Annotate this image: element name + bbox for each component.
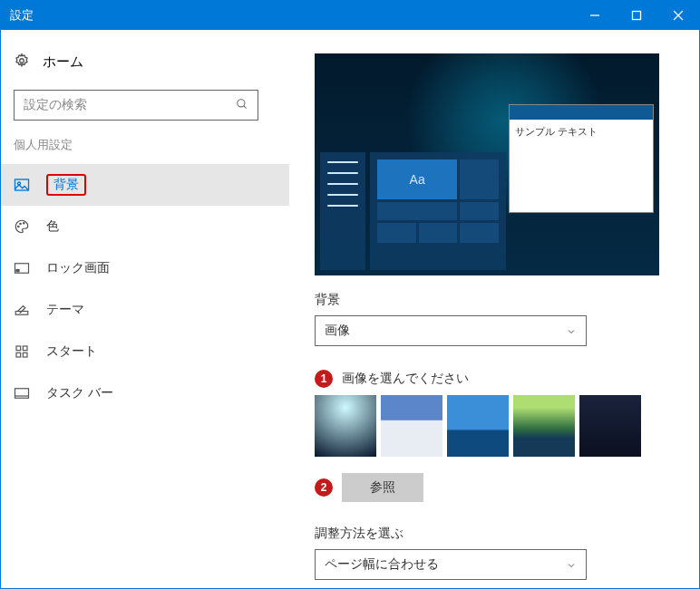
svg-point-4 bbox=[20, 59, 24, 63]
sidebar-item-label: タスク バー bbox=[46, 385, 113, 401]
thumbnail[interactable] bbox=[447, 395, 509, 457]
svg-rect-17 bbox=[16, 352, 21, 357]
browse-label: 参照 bbox=[370, 479, 395, 496]
svg-rect-1 bbox=[633, 12, 641, 20]
sidebar-item-start[interactable]: スタート bbox=[1, 331, 289, 372]
sidebar-item-label: ロック画面 bbox=[46, 260, 110, 276]
sample-text-label: サンプル テキスト bbox=[510, 120, 653, 144]
sidebar-item-lockscreen[interactable]: ロック画面 bbox=[1, 247, 289, 289]
browse-button[interactable]: 参照 bbox=[342, 473, 423, 502]
lockscreen-icon bbox=[14, 260, 30, 276]
thumbnail[interactable] bbox=[315, 395, 376, 457]
svg-line-6 bbox=[244, 105, 247, 108]
choose-picture-label: 画像を選んでください bbox=[342, 371, 469, 387]
search-icon bbox=[236, 98, 248, 113]
fit-label: 調整方法を選ぶ bbox=[315, 526, 674, 542]
svg-rect-13 bbox=[16, 270, 19, 272]
fit-select[interactable]: ページ幅に合わせる bbox=[315, 549, 587, 580]
background-label: 背景 bbox=[315, 292, 674, 308]
maximize-button[interactable] bbox=[616, 1, 657, 30]
window-title: 設定 bbox=[10, 7, 34, 24]
thumbnail[interactable] bbox=[579, 395, 641, 457]
chevron-down-icon bbox=[566, 325, 577, 336]
chevron-down-icon bbox=[566, 559, 577, 570]
svg-point-10 bbox=[20, 223, 22, 225]
svg-rect-18 bbox=[23, 352, 27, 357]
taskbar-icon bbox=[14, 385, 30, 401]
pencil-icon bbox=[14, 302, 30, 318]
search-input[interactable]: 設定の検索 bbox=[14, 90, 258, 121]
sidebar-item-background[interactable]: 背景 bbox=[1, 164, 289, 206]
thumbnail[interactable] bbox=[513, 395, 575, 457]
picture-icon bbox=[14, 177, 30, 193]
gear-icon bbox=[14, 53, 30, 72]
picture-thumbnails bbox=[315, 395, 674, 457]
sidebar-item-themes[interactable]: テーマ bbox=[1, 289, 289, 331]
svg-point-5 bbox=[238, 99, 245, 106]
close-button[interactable] bbox=[657, 1, 699, 30]
home-button[interactable]: ホーム bbox=[1, 53, 289, 90]
svg-rect-19 bbox=[15, 389, 29, 399]
preview-start-list bbox=[320, 152, 365, 270]
grid-icon bbox=[14, 344, 30, 359]
background-preview: Aa サンプル テキスト bbox=[315, 53, 659, 275]
preview-window: サンプル テキスト bbox=[509, 104, 654, 213]
title-bar: 設定 bbox=[1, 1, 699, 30]
search-placeholder: 設定の検索 bbox=[24, 97, 87, 113]
sidebar-item-label: テーマ bbox=[46, 302, 84, 318]
sidebar: ホーム 設定の検索 個人用設定 背景 色 bbox=[1, 30, 289, 588]
content-pane: Aa サンプル テキスト 背景 画像 1 画像を選んでください bbox=[289, 30, 699, 588]
thumbnail[interactable] bbox=[381, 395, 442, 457]
background-select-value: 画像 bbox=[325, 323, 350, 339]
step-badge-1: 1 bbox=[315, 370, 333, 388]
sidebar-item-label: 背景 bbox=[46, 174, 86, 196]
sidebar-item-label: 色 bbox=[46, 218, 59, 235]
sidebar-item-colors[interactable]: 色 bbox=[1, 206, 289, 247]
sidebar-item-label: スタート bbox=[46, 343, 97, 360]
sidebar-item-taskbar[interactable]: タスク バー bbox=[1, 372, 289, 414]
minimize-button[interactable] bbox=[574, 1, 616, 30]
background-select[interactable]: 画像 bbox=[315, 315, 587, 346]
step-badge-2: 2 bbox=[315, 478, 333, 497]
svg-point-9 bbox=[18, 226, 20, 227]
preview-aa-tile: Aa bbox=[377, 159, 457, 199]
palette-icon bbox=[14, 218, 30, 235]
svg-point-11 bbox=[24, 223, 25, 225]
svg-rect-15 bbox=[16, 346, 21, 351]
home-label: ホーム bbox=[43, 53, 83, 71]
svg-rect-16 bbox=[23, 346, 27, 351]
section-label: 個人用設定 bbox=[1, 137, 289, 164]
fit-select-value: ページ幅に合わせる bbox=[325, 556, 439, 573]
preview-start-tiles: Aa bbox=[370, 152, 506, 270]
